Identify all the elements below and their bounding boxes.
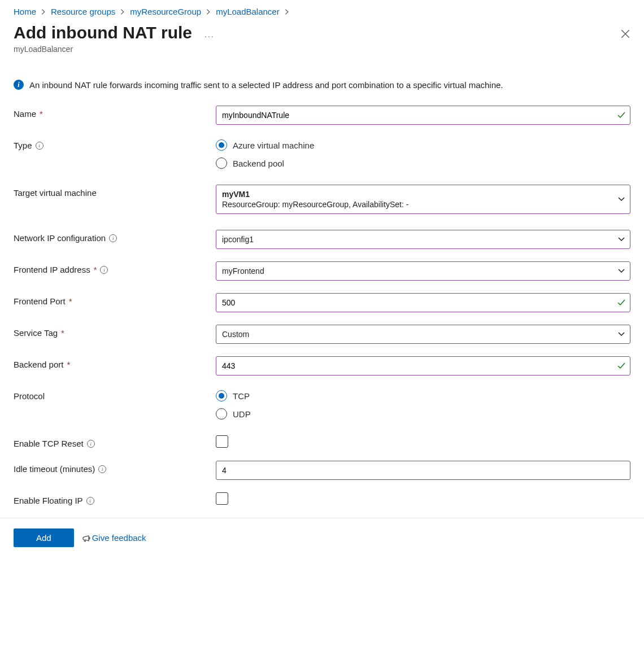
info-hint-icon[interactable]: i: [100, 266, 108, 274]
radio-icon: [216, 158, 227, 169]
more-menu-button[interactable]: ···: [204, 32, 215, 41]
service-tag-label: Service Tag: [14, 328, 58, 338]
nat-rule-form: Name * Type i: [14, 106, 630, 505]
network-ip-label: Network IP configuration: [14, 233, 106, 243]
info-hint-icon[interactable]: i: [87, 440, 95, 448]
frontend-port-field[interactable]: [222, 294, 610, 312]
required-indicator: *: [69, 296, 72, 306]
name-label: Name: [14, 109, 36, 119]
chevron-right-icon: [283, 8, 291, 16]
radio-label: Azure virtual machine: [233, 141, 314, 150]
breadcrumb-home[interactable]: Home: [14, 7, 36, 16]
frontend-ip-value: myFrontend: [222, 266, 264, 276]
radio-label: Backend pool: [233, 159, 284, 168]
type-radio-azure-vm[interactable]: Azure virtual machine: [216, 139, 630, 151]
idle-timeout-input[interactable]: [216, 461, 630, 480]
floating-ip-label: Enable Floating IP: [14, 496, 83, 505]
protocol-radio-tcp[interactable]: TCP: [216, 390, 630, 401]
frontend-ip-select[interactable]: myFrontend: [216, 261, 630, 281]
megaphone-icon: [82, 534, 91, 543]
chevron-right-icon: [119, 8, 127, 16]
breadcrumb: Home Resource groups myResourceGroup myL…: [14, 7, 630, 16]
target-vm-sub: ResourceGroup: myResourceGroup, Availabi…: [222, 200, 408, 209]
required-indicator: *: [61, 328, 64, 338]
page-subtitle: myLoadBalancer: [14, 45, 215, 54]
backend-port-input[interactable]: [216, 356, 630, 375]
feedback-label: Give feedback: [92, 533, 146, 543]
protocol-radio-group: TCP UDP: [216, 388, 630, 420]
required-indicator: *: [94, 265, 97, 274]
required-indicator: *: [67, 360, 70, 369]
protocol-radio-udp[interactable]: UDP: [216, 408, 630, 420]
close-icon[interactable]: [620, 29, 630, 39]
info-icon: i: [14, 80, 24, 90]
floating-ip-checkbox[interactable]: [216, 492, 228, 505]
radio-label: TCP: [233, 391, 250, 401]
target-vm-select[interactable]: myVM1 ResourceGroup: myResourceGroup, Av…: [216, 185, 630, 214]
radio-icon: [216, 390, 227, 401]
frontend-port-label: Frontend Port: [14, 296, 66, 306]
info-hint-icon[interactable]: i: [36, 142, 43, 150]
backend-port-label: Backend port: [14, 360, 63, 369]
service-tag-value: Custom: [222, 330, 249, 339]
type-radio-backend-pool[interactable]: Backend pool: [216, 158, 630, 169]
backend-port-field[interactable]: [222, 357, 610, 375]
info-banner-text: An inbound NAT rule forwards incoming tr…: [29, 78, 503, 92]
target-vm-main: myVM1: [222, 190, 250, 199]
frontend-ip-label: Frontend IP address: [14, 265, 90, 274]
tcp-reset-checkbox[interactable]: [216, 435, 228, 448]
name-input-field[interactable]: [222, 106, 610, 124]
tcp-reset-label: Enable TCP Reset: [14, 439, 84, 448]
radio-icon: [216, 139, 227, 151]
chevron-right-icon: [204, 8, 212, 16]
protocol-label: Protocol: [14, 391, 45, 401]
target-vm-label: Target virtual machine: [14, 188, 97, 198]
frontend-port-input[interactable]: [216, 293, 630, 312]
info-hint-icon[interactable]: i: [86, 497, 94, 505]
info-hint-icon[interactable]: i: [98, 465, 106, 473]
service-tag-select[interactable]: Custom: [216, 325, 630, 344]
breadcrumb-my-load-balancer[interactable]: myLoadBalancer: [216, 7, 280, 16]
info-hint-icon[interactable]: i: [109, 234, 117, 242]
footer-bar: Add Give feedback: [0, 518, 644, 557]
radio-icon: [216, 408, 227, 420]
page-title: Add inbound NAT rule: [14, 23, 192, 42]
chevron-right-icon: [40, 8, 47, 16]
network-ip-value: ipconfig1: [222, 235, 254, 244]
name-input[interactable]: [216, 106, 630, 125]
type-label: Type: [14, 141, 32, 150]
breadcrumb-my-resource-group[interactable]: myResourceGroup: [130, 7, 201, 16]
network-ip-select[interactable]: ipconfig1: [216, 230, 630, 249]
radio-label: UDP: [233, 409, 251, 419]
required-indicator: *: [40, 109, 43, 119]
type-radio-group: Azure virtual machine Backend pool: [216, 137, 630, 169]
idle-timeout-field[interactable]: [222, 461, 610, 479]
add-button[interactable]: Add: [14, 528, 74, 547]
idle-timeout-label: Idle timeout (minutes): [14, 464, 95, 474]
breadcrumb-resource-groups[interactable]: Resource groups: [51, 7, 115, 16]
give-feedback-link[interactable]: Give feedback: [82, 533, 146, 543]
